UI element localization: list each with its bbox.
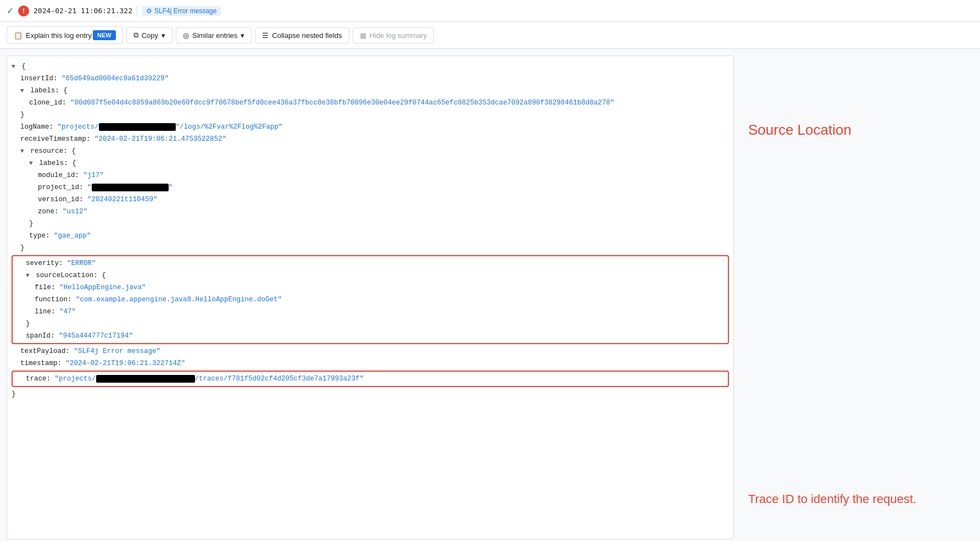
top-bar: ✓ ! 2024-02-21 11:06:21.322 ⚙ SLF4j Erro… bbox=[0, 0, 980, 22]
line-line: line: "47" bbox=[13, 306, 728, 318]
log-timestamp: 2024-02-21 11:06:21.322 bbox=[34, 7, 132, 15]
labels-close: } bbox=[20, 111, 25, 119]
similar-chevron: ▾ bbox=[241, 31, 244, 40]
resource-labels-line: ▼ labels: { bbox=[7, 157, 733, 169]
copy-button[interactable]: ⧉ Copy ▾ bbox=[126, 27, 172, 43]
filter-icon: ⚙ bbox=[146, 7, 152, 15]
trace-id-annotation: Trace ID to identify the request. bbox=[748, 492, 916, 506]
severity-key: severity: bbox=[26, 260, 63, 267]
sourcelocation-close-line: } bbox=[13, 318, 728, 330]
explain-icon: 📋 bbox=[14, 31, 23, 40]
spanid-key: spanId: bbox=[26, 332, 55, 340]
projectid-line: project_id: "" bbox=[7, 181, 733, 194]
open-brace: { bbox=[21, 63, 26, 70]
zone-line: zone: "us12" bbox=[7, 206, 733, 218]
collapse-icon: ☰ bbox=[262, 31, 269, 40]
clone-id-key: clone_id: bbox=[29, 99, 66, 107]
check-icon: ✓ bbox=[7, 5, 14, 16]
receivetimestamp-val: "2024-02-21T19:06:21.4753522852" bbox=[94, 135, 226, 143]
collapse-label: Collapse nested fields bbox=[272, 31, 342, 40]
log-panel[interactable]: ▼ { insertId: "65d649ad0004ec9a61d39229"… bbox=[7, 56, 734, 539]
sourcelocation-close: } bbox=[26, 320, 30, 328]
textpayload-line: textPayload: "SLF4j Error message" bbox=[7, 345, 733, 357]
sourcelocation-key: sourceLocation: { bbox=[36, 272, 106, 279]
file-val: "HelloAppEngine.java" bbox=[59, 284, 146, 291]
labels-close-line: } bbox=[7, 109, 733, 121]
hide-summary-button[interactable]: ▦ Hide log summary bbox=[353, 27, 435, 43]
cloneid-line: clone_id: "00d087f5e04d4c8859a869b20e60f… bbox=[7, 97, 733, 109]
versionid-val: "20240221t110459" bbox=[87, 196, 158, 203]
similar-label: Similar entries bbox=[192, 31, 237, 40]
trace-key: trace: bbox=[26, 375, 51, 383]
type-key: type: bbox=[29, 232, 50, 240]
hide-summary-label: Hide log summary bbox=[370, 31, 427, 40]
resource-line: ▼ resource: { bbox=[7, 145, 733, 157]
projectid-redacted bbox=[92, 184, 169, 191]
receivetimestamp-key: receiveTimestamp: bbox=[20, 135, 91, 143]
trace-redacted bbox=[96, 375, 195, 383]
function-key: function: bbox=[35, 296, 72, 303]
logname-redacted bbox=[99, 123, 176, 131]
file-key: file: bbox=[35, 284, 55, 291]
moduleid-val: "j17" bbox=[83, 172, 104, 179]
textpayload-val: "SLF4j Error message" bbox=[74, 347, 161, 355]
annotation-panel: Source Location Trace ID to identify the… bbox=[743, 56, 973, 539]
timestamp-val: "2024-02-21T19:06:21.322714Z" bbox=[66, 360, 186, 367]
log-tag-label: SLF4j Error message bbox=[154, 7, 216, 15]
resource-close-line: } bbox=[7, 242, 733, 254]
function-val: "com.example.appengine.java8.HelloAppEng… bbox=[76, 296, 282, 303]
explain-label: Explain this log entry bbox=[26, 31, 92, 40]
sourcelocation-line: ▼ sourceLocation: { bbox=[13, 269, 728, 281]
zone-val: "us12" bbox=[63, 208, 87, 216]
file-line: file: "HelloAppEngine.java" bbox=[13, 281, 728, 294]
function-line: function: "com.example.appengine.java8.H… bbox=[13, 294, 728, 306]
trace-val-suffix: /traces/f781f5d02cf4d205cf3de7a17993a23f… bbox=[195, 375, 364, 383]
moduleid-line: module_id: "j17" bbox=[7, 169, 733, 181]
sourcelocation-highlight-box: severity: "ERROR" ▼ sourceLocation: { fi… bbox=[12, 255, 729, 344]
severity-val: "ERROR" bbox=[67, 260, 96, 267]
resource-labels-close-line: } bbox=[7, 218, 733, 230]
moduleid-key: module_id: bbox=[38, 172, 79, 179]
spanid-val: "945a444777c17194" bbox=[59, 332, 133, 340]
toggle-icon[interactable]: ▼ bbox=[12, 63, 15, 70]
type-line: type: "gae_app" bbox=[7, 230, 733, 242]
sourcelocation-toggle[interactable]: ▼ bbox=[26, 272, 30, 279]
resource-labels-close: } bbox=[29, 220, 34, 228]
severity-line: severity: "ERROR" bbox=[13, 257, 728, 269]
copy-label: Copy bbox=[142, 31, 158, 40]
labels-line: ▼ labels: { bbox=[7, 85, 733, 97]
labels-key: labels: { bbox=[30, 87, 68, 95]
receivetimestamp-line: receiveTimestamp: "2024-02-21T19:06:21.4… bbox=[7, 133, 733, 145]
explain-button[interactable]: 📋 Explain this log entry NEW bbox=[7, 26, 123, 44]
zone-key: zone: bbox=[38, 208, 59, 216]
resource-toggle[interactable]: ▼ bbox=[20, 148, 24, 154]
logname-val-suffix: "/logs/%2Fvar%2Flog%2Fapp" bbox=[176, 123, 283, 131]
resource-key: resource: { bbox=[30, 147, 76, 155]
textpayload-key: textPayload: bbox=[20, 347, 70, 355]
new-badge: NEW bbox=[93, 30, 116, 40]
copy-chevron: ▾ bbox=[162, 31, 165, 40]
log-tag: ⚙ SLF4j Error message bbox=[142, 6, 221, 16]
insertid-val: "65d649ad0004ec9a61d39229" bbox=[62, 75, 169, 82]
timestamp-key: timestamp: bbox=[20, 360, 62, 367]
content-area: ▼ { insertId: "65d649ad0004ec9a61d39229"… bbox=[0, 49, 980, 541]
timestamp-line: timestamp: "2024-02-21T19:06:21.322714Z" bbox=[7, 357, 733, 369]
trace-highlight-box: trace: "projects//traces/f781f5d02cf4d20… bbox=[12, 371, 729, 387]
close-brace-line: } bbox=[7, 388, 733, 400]
versionid-key: version_id: bbox=[38, 196, 83, 203]
close-brace: } bbox=[12, 390, 16, 398]
labels-toggle[interactable]: ▼ bbox=[20, 87, 24, 94]
clone-id-val: "00d087f5e04d4c8859a869b20e60fdcc9f70678… bbox=[70, 99, 614, 107]
insertid-key: insertId: bbox=[20, 75, 58, 82]
severity-error-icon: ! bbox=[18, 5, 29, 16]
insertid-line: insertId: "65d649ad0004ec9a61d39229" bbox=[7, 73, 733, 85]
copy-icon: ⧉ bbox=[133, 31, 138, 40]
resource-labels-toggle[interactable]: ▼ bbox=[29, 160, 33, 167]
line-val: "47" bbox=[59, 308, 76, 316]
resource-close: } bbox=[20, 244, 25, 252]
source-location-annotation: Source Location bbox=[748, 122, 851, 139]
type-val: "gae_app" bbox=[54, 232, 91, 240]
collapse-button[interactable]: ☰ Collapse nested fields bbox=[255, 27, 349, 43]
similar-entries-button[interactable]: ◎ Similar entries ▾ bbox=[176, 27, 252, 43]
line-key: line: bbox=[35, 308, 55, 316]
